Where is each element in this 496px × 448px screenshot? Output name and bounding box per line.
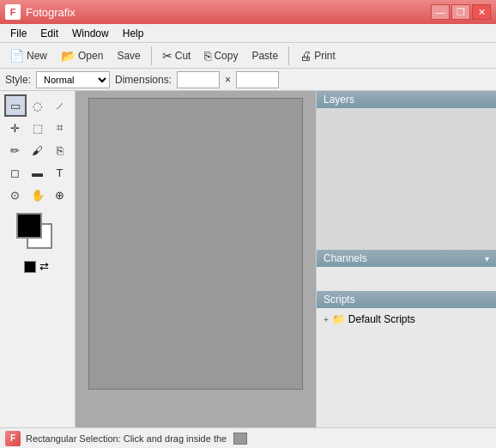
folder-icon: 📁 [332, 313, 345, 325]
eraser-tool[interactable]: ◻ [4, 161, 27, 184]
color-area: ⇄ [16, 213, 59, 273]
reset-colors-icon[interactable] [24, 261, 36, 273]
swap-colors-icon[interactable]: ⇄ [39, 261, 51, 273]
foreground-color-swatch[interactable] [16, 213, 42, 239]
options-bar: Style: Normal Fixed Ratio Fixed Size Dim… [0, 69, 496, 91]
rect-select-tool[interactable]: ▭ [4, 94, 27, 117]
right-panels: Layers Channels ▾ Scripts + 📁 Default Sc… [316, 91, 496, 427]
save-button[interactable]: Save [111, 47, 146, 64]
channels-panel-content [317, 267, 496, 291]
channels-panel-header: Channels ▾ [317, 250, 496, 267]
separator-2 [288, 46, 289, 65]
color-swatches [16, 213, 59, 256]
dimensions-label: Dimensions: [115, 74, 172, 86]
menu-window[interactable]: Window [65, 26, 116, 41]
print-button[interactable]: 🖨 Print [293, 46, 342, 65]
status-app-icon: F [5, 431, 21, 446]
minimize-button[interactable]: — [431, 4, 450, 20]
dimension-height-input[interactable] [236, 71, 279, 88]
magic-wand-tool[interactable]: ⟋ [49, 94, 71, 117]
main-area: ▭ ◌ ⟋ ✛ ⬚ ⌗ ✏ 🖌 ⎘ ◻ ▬ T ⊙ ✋ ⊕ [0, 91, 496, 427]
toolbox: ▭ ◌ ⟋ ✛ ⬚ ⌗ ✏ 🖌 ⎘ ◻ ▬ T ⊙ ✋ ⊕ [0, 91, 76, 427]
style-select[interactable]: Normal Fixed Ratio Fixed Size [36, 71, 110, 88]
open-button[interactable]: 📂 Open [55, 46, 109, 65]
eyedropper-tool[interactable]: ⊙ [4, 184, 27, 206]
layers-panel-header: Layers [317, 91, 496, 108]
transform-tool[interactable]: ⬚ [27, 117, 49, 139]
pencil-tool[interactable]: ✏ [4, 139, 27, 161]
close-button[interactable]: ✕ [472, 4, 491, 20]
layers-panel-title: Layers [324, 94, 354, 106]
menu-bar: File Edit Window Help [0, 24, 496, 43]
layers-panel-content [317, 108, 496, 250]
title-bar-title: Fotografix [26, 6, 76, 19]
new-icon: 📄 [9, 49, 24, 63]
status-canvas-thumbnail [233, 433, 247, 445]
channels-panel: Channels ▾ [317, 250, 496, 291]
hand-tool[interactable]: ✋ [27, 184, 49, 206]
list-item[interactable]: + 📁 Default Scripts [320, 312, 493, 327]
open-icon: 📂 [61, 49, 76, 63]
scripts-panel-title: Scripts [324, 294, 355, 306]
dimension-width-input[interactable] [177, 71, 220, 88]
copy-icon: ⎘ [204, 49, 211, 63]
title-bar: F Fotografix — ❐ ✕ [0, 0, 496, 24]
style-label: Style: [5, 74, 31, 86]
shape-tool[interactable]: ▬ [27, 161, 49, 184]
menu-edit[interactable]: Edit [33, 26, 65, 41]
channels-collapse-button[interactable]: ▾ [485, 254, 489, 263]
new-button[interactable]: 📄 New [3, 46, 53, 65]
brush-tool[interactable]: 🖌 [27, 139, 49, 161]
lasso-tool[interactable]: ◌ [27, 94, 49, 117]
zoom-tool[interactable]: ⊕ [49, 184, 71, 206]
menu-help[interactable]: Help [116, 26, 151, 41]
cut-button[interactable]: ✂ Cut [156, 46, 197, 65]
restore-button[interactable]: ❐ [451, 4, 470, 20]
scripts-panel-header: Scripts [317, 291, 496, 308]
text-tool[interactable]: T [49, 161, 71, 184]
cut-icon: ✂ [162, 49, 172, 63]
dim-separator: × [225, 74, 231, 86]
scripts-panel: Scripts + 📁 Default Scripts [317, 291, 496, 427]
copy-button[interactable]: ⎘ Copy [198, 46, 244, 65]
print-icon: 🖨 [299, 49, 312, 63]
toolbar: 📄 New 📂 Open Save ✂ Cut ⎘ Copy Paste 🖨 P… [0, 43, 496, 69]
channels-panel-title: Channels [324, 252, 367, 264]
menu-file[interactable]: File [3, 26, 33, 41]
script-item-label: Default Scripts [348, 313, 415, 325]
status-text: Rectangular Selection: Click and drag in… [26, 433, 227, 444]
canvas[interactable] [88, 98, 303, 390]
app-icon: F [5, 4, 21, 20]
scripts-panel-content: + 📁 Default Scripts [317, 308, 496, 427]
separator-1 [151, 46, 152, 65]
expand-icon[interactable]: + [324, 315, 329, 324]
status-bar: F Rectangular Selection: Click and drag … [0, 427, 496, 448]
move-tool[interactable]: ✛ [4, 117, 27, 139]
canvas-area[interactable] [76, 91, 316, 427]
crop-tool[interactable]: ⌗ [49, 117, 71, 139]
clone-tool[interactable]: ⎘ [49, 139, 71, 161]
paste-button[interactable]: Paste [245, 47, 284, 64]
layers-panel: Layers [317, 91, 496, 250]
